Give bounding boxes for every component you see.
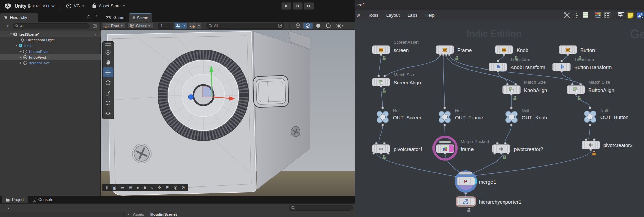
hierarchy-row-light[interactable]: Directional Light bbox=[0, 37, 101, 43]
target-icon[interactable]: ◎ bbox=[174, 185, 177, 190]
scene-effects-button[interactable]: ▼ bbox=[334, 23, 346, 29]
scene-3d-viewport[interactable]: ▮ ▣ ☰ ✳ ● ◆ ○ ✛ ⚑ ◎ ⊘ bbox=[101, 30, 355, 196]
node-knobtransform[interactable] bbox=[489, 63, 507, 71]
desktop-layout-icon[interactable] bbox=[618, 12, 624, 18]
move-tool-button[interactable] bbox=[103, 67, 113, 77]
hierarchy-menu-icon[interactable]: ⋮ bbox=[94, 14, 98, 19]
image-plus-icon[interactable] bbox=[637, 12, 644, 19]
expand-arrow-icon[interactable]: ▶ bbox=[20, 56, 23, 59]
tab-console[interactable]: Console bbox=[29, 196, 57, 203]
snap-increment-button[interactable] bbox=[189, 23, 196, 29]
node-screenalign[interactable] bbox=[372, 78, 390, 86]
sphere-icon[interactable]: ● bbox=[137, 185, 139, 190]
breadcrumb-root[interactable]: Assets bbox=[133, 212, 144, 216]
tree-view-icon[interactable] bbox=[573, 12, 580, 18]
pan-hand-tool-button[interactable] bbox=[103, 57, 113, 67]
node-merge1[interactable] bbox=[455, 170, 477, 193]
add-asset-button[interactable]: + bbox=[3, 205, 5, 211]
node-out-frame[interactable] bbox=[437, 109, 452, 125]
menu-help[interactable]: Help bbox=[425, 13, 435, 18]
layers-icon[interactable]: ☰ bbox=[121, 185, 124, 190]
tab-game[interactable]: Game bbox=[102, 13, 128, 22]
expand-arrow-icon[interactable]: ▶ bbox=[20, 50, 23, 53]
view-tool-button[interactable] bbox=[103, 47, 113, 57]
rect-tool-button[interactable] bbox=[103, 98, 113, 108]
node-knob[interactable] bbox=[495, 45, 513, 54]
menu-view[interactable]: w bbox=[357, 13, 360, 18]
particles-icon[interactable]: ✳ bbox=[129, 185, 132, 190]
tab-scene[interactable]: # Scene bbox=[129, 13, 152, 22]
hierarchy-row-knobpivot[interactable]: ▶ knobPivot bbox=[0, 54, 101, 60]
node-framemerge[interactable] bbox=[436, 144, 454, 153]
hierarchy-row-test[interactable]: ▼ test bbox=[0, 43, 101, 48]
chevron-down-icon[interactable]: ▼ bbox=[6, 25, 9, 28]
node-pivotcreator3[interactable] bbox=[582, 141, 600, 149]
step-button[interactable] bbox=[304, 2, 314, 10]
tools-wrench-icon[interactable] bbox=[564, 12, 570, 19]
snap-dropdown[interactable]: ▼ bbox=[197, 23, 201, 29]
chevron-down-icon[interactable]: ▼ bbox=[7, 207, 10, 210]
play-button[interactable] bbox=[281, 2, 291, 10]
node-frame-asset[interactable] bbox=[436, 45, 454, 54]
houdini-network-editor[interactable]: Indie Edition Geo bbox=[355, 20, 644, 217]
global-mode-button[interactable]: Global ▼ bbox=[127, 23, 153, 29]
collapse-arrow-icon[interactable]: ▼ bbox=[15, 44, 18, 47]
scene-lighting-button[interactable] bbox=[314, 23, 323, 29]
grid-snapping-button[interactable]: y bbox=[175, 23, 182, 29]
node-out-button[interactable] bbox=[582, 109, 598, 124]
pause-button[interactable] bbox=[293, 2, 303, 10]
account-menu[interactable]: VG ▼ bbox=[66, 3, 84, 9]
asset-store-menu[interactable]: Asset Store ▼ bbox=[92, 3, 125, 9]
hierarchy-row-buttonpivot[interactable]: ▶ buttonPivot bbox=[0, 48, 101, 54]
node-out-screen[interactable] bbox=[375, 109, 390, 125]
grid-items-icon[interactable] bbox=[604, 12, 611, 18]
node-button[interactable] bbox=[559, 45, 577, 54]
menu-tools[interactable]: Tools bbox=[368, 13, 378, 18]
shaded-wireframe-button[interactable] bbox=[293, 23, 302, 29]
scene-search-input[interactable]: All bbox=[206, 23, 284, 29]
open-new-window-icon[interactable] bbox=[278, 24, 282, 28]
hierarchy-row-screenpivot[interactable]: ▶ screenPivot bbox=[0, 60, 101, 66]
project-search-input[interactable] bbox=[289, 205, 353, 211]
unlock-icon[interactable] bbox=[87, 15, 91, 19]
collapse-arrow-icon[interactable]: ▼ bbox=[9, 33, 13, 36]
disable-icon[interactable]: ⊘ bbox=[182, 185, 185, 190]
grid-size-field[interactable]: 1 bbox=[158, 23, 173, 29]
grid-snap-dropdown[interactable]: ▼ bbox=[182, 23, 187, 29]
node-out-knob[interactable] bbox=[504, 109, 519, 125]
menu-layout[interactable]: Layout bbox=[386, 13, 400, 18]
tab-hierarchy[interactable]: Hierarchy bbox=[0, 13, 38, 22]
sticky-note-icon[interactable] bbox=[627, 12, 634, 19]
node-pivotcreator1[interactable] bbox=[372, 144, 390, 153]
open-new-window-icon[interactable] bbox=[93, 24, 97, 28]
overlay-drag-handle[interactable] bbox=[105, 43, 111, 46]
hierarchy-row-scene[interactable]: ▼ testScene* ⋮ bbox=[0, 31, 101, 37]
node-buttonalign[interactable] bbox=[567, 85, 585, 94]
menu-labs[interactable]: Labs bbox=[408, 13, 417, 18]
rotate-tool-button[interactable] bbox=[103, 78, 113, 87]
flag-icon[interactable]: ⚑ bbox=[166, 185, 169, 190]
node-pivotcreator2[interactable] bbox=[492, 144, 510, 153]
node-buttontransform[interactable] bbox=[552, 63, 571, 71]
color-palette-icon[interactable] bbox=[595, 12, 601, 18]
camera-preview-icon[interactable]: ▣ bbox=[113, 185, 116, 190]
scene-options-icon[interactable]: ⋮ bbox=[93, 32, 97, 37]
collapse-up-icon[interactable]: ▲ bbox=[127, 213, 130, 216]
expand-arrow-icon[interactable]: ▶ bbox=[20, 61, 23, 64]
node-hierarchyexporter1[interactable] bbox=[457, 197, 475, 206]
scene-shadows-button[interactable] bbox=[324, 23, 333, 29]
list-panel-icon[interactable] bbox=[583, 12, 589, 19]
tab-project[interactable]: Project bbox=[2, 196, 28, 203]
shading-mode-button[interactable] bbox=[303, 23, 313, 29]
node-knobalign[interactable] bbox=[502, 85, 521, 94]
add-object-button[interactable]: + bbox=[3, 23, 5, 29]
overlay-handle-icon[interactable]: ▮ bbox=[106, 185, 108, 190]
pivot-mode-button[interactable]: Pivot ▼ bbox=[103, 23, 125, 29]
hierarchy-search-input[interactable]: All bbox=[13, 23, 90, 29]
scale-tool-button[interactable] bbox=[103, 88, 113, 98]
magnifier-icon[interactable]: ○ bbox=[151, 185, 153, 190]
measure-icon[interactable]: ✛ bbox=[158, 185, 161, 190]
node-screen[interactable] bbox=[372, 45, 390, 54]
vector-icon[interactable]: ◆ bbox=[143, 185, 146, 190]
transform-tool-button[interactable] bbox=[103, 108, 113, 118]
